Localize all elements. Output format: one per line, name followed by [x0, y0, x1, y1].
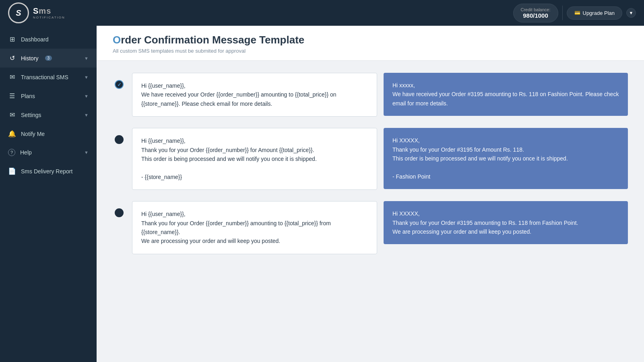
- credit-badge: Credit balance: 980/1000: [513, 4, 558, 23]
- chevron-down-icon: ▼: [84, 113, 89, 117]
- page-subtitle: All custom SMS templates must be submite…: [113, 48, 628, 54]
- sidebar-label-notify: Notify Me: [21, 131, 45, 137]
- dashboard-icon: ⊞: [8, 35, 16, 43]
- chevron-down-icon: ▼: [629, 10, 634, 15]
- logo-area: S Sms NOTIFICATION: [8, 2, 65, 23]
- radio-col-2: [113, 128, 126, 144]
- credit-label: Credit balance:: [521, 7, 551, 12]
- sidebar-label-settings: Settings: [21, 112, 41, 118]
- preview-box-2: Hi XXXXX,Thank you for your Order #3195 …: [384, 128, 628, 189]
- chevron-down-icon: ▼: [84, 94, 89, 99]
- sidebar-item-dashboard[interactable]: ⊞ Dashboard: [0, 30, 97, 49]
- content-body: Hi {{user_name}},We have received your O…: [97, 61, 644, 278]
- chevron-down-icon: ▼: [84, 56, 89, 61]
- sidebar-item-settings[interactable]: ✉ Settings ▼: [0, 105, 97, 124]
- sidebar-label-help: Help: [20, 149, 32, 156]
- sms-delivery-icon: 📄: [8, 167, 16, 175]
- template-text-1: Hi {{user_name}},We have received your O…: [141, 82, 336, 107]
- preview-text-3: Hi XXXXX,Thank you for your Order #3195 …: [392, 210, 578, 235]
- preview-text-1: Hi xxxxx,We have received your Order #31…: [392, 82, 619, 107]
- upgrade-plan-button[interactable]: 💳 Upgrade Plan: [567, 6, 623, 20]
- sidebar-label-history: History: [21, 55, 39, 62]
- template-row-3: Hi {{user_name}},Thank you for your Orde…: [113, 201, 628, 254]
- sidebar-item-sms-delivery[interactable]: 📄 Sms Delivery Report: [0, 162, 97, 181]
- preview-box-1: Hi xxxxx,We have received your Order #31…: [384, 73, 628, 116]
- logo-s: S: [33, 6, 39, 15]
- chevron-down-icon: ▼: [84, 75, 89, 80]
- logo-subtitle: NOTIFICATION: [33, 16, 65, 19]
- header-dropdown-button[interactable]: ▼: [626, 8, 636, 18]
- radio-button-1[interactable]: [115, 80, 124, 89]
- logo-text-area: Sms NOTIFICATION: [33, 6, 65, 19]
- sidebar-label-sms-delivery: Sms Delivery Report: [21, 168, 72, 175]
- template-text-3: Hi {{user_name}},Thank you for your Orde…: [141, 211, 331, 244]
- sidebar-item-history[interactable]: ↺ History 3 ▼: [0, 49, 97, 68]
- sidebar-item-plans[interactable]: ☰ Plans ▼: [0, 86, 97, 105]
- page-title-rest: rder Confirmation Message Template: [121, 34, 304, 46]
- upgrade-label: Upgrade Plan: [583, 10, 615, 16]
- template-text-2: Hi {{user_name}},Thank you for your Orde…: [141, 138, 317, 180]
- sidebar-label-plans: Plans: [21, 93, 35, 99]
- sidebar-label-transactional: Transactional SMS: [21, 74, 68, 80]
- template-box-3[interactable]: Hi {{user_name}},Thank you for your Orde…: [132, 201, 377, 254]
- logo-ms: ms: [39, 6, 51, 15]
- plans-icon: ☰: [8, 92, 16, 100]
- notify-icon: 🔔: [8, 130, 16, 138]
- template-box-2[interactable]: Hi {{user_name}},Thank you for your Orde…: [132, 128, 377, 190]
- preview-box-3: Hi XXXXX,Thank you for your Order #3195 …: [384, 201, 628, 244]
- page-title: Order Confirmation Message Template: [113, 34, 628, 46]
- logo-icon: S: [8, 2, 29, 23]
- preview-text-2: Hi XXXXX,Thank you for your Order #3195 …: [392, 137, 568, 180]
- template-box-1[interactable]: Hi {{user_name}},We have received your O…: [132, 73, 377, 117]
- content-header: Order Confirmation Message Template All …: [97, 26, 644, 61]
- content-area: Order Confirmation Message Template All …: [97, 26, 644, 362]
- credit-amount: 980/1000: [521, 12, 551, 19]
- logo-brand: Sms: [33, 6, 65, 16]
- header-right: Credit balance: 980/1000 💳 Upgrade Plan …: [513, 4, 636, 23]
- settings-icon: ✉: [8, 111, 16, 119]
- history-badge: 3: [45, 56, 52, 61]
- history-icon: ↺: [8, 54, 16, 62]
- main-layout: ⊞ Dashboard ↺ History 3 ▼ ✉ Transactiona…: [0, 26, 644, 362]
- radio-col-1: [113, 73, 126, 89]
- transactional-icon: ✉: [8, 73, 16, 81]
- help-icon: ?: [8, 149, 15, 156]
- sidebar-item-transactional[interactable]: ✉ Transactional SMS ▼: [0, 68, 97, 86]
- template-row-2: Hi {{user_name}},Thank you for your Orde…: [113, 128, 628, 190]
- upgrade-icon: 💳: [574, 10, 580, 16]
- template-row-1: Hi {{user_name}},We have received your O…: [113, 73, 628, 117]
- page-title-first-letter: O: [113, 34, 121, 46]
- radio-button-3[interactable]: [115, 208, 124, 217]
- sidebar-label-dashboard: Dashboard: [21, 36, 49, 43]
- chevron-down-icon: ▼: [84, 150, 89, 155]
- radio-button-2[interactable]: [115, 135, 124, 144]
- sidebar-item-help[interactable]: ? Help ▼: [0, 143, 97, 162]
- divider: [562, 6, 563, 20]
- sidebar-item-notify[interactable]: 🔔 Notify Me: [0, 124, 97, 143]
- top-header: S Sms NOTIFICATION Credit balance: 980/1…: [0, 0, 644, 26]
- radio-col-3: [113, 201, 126, 217]
- sidebar: ⊞ Dashboard ↺ History 3 ▼ ✉ Transactiona…: [0, 26, 97, 362]
